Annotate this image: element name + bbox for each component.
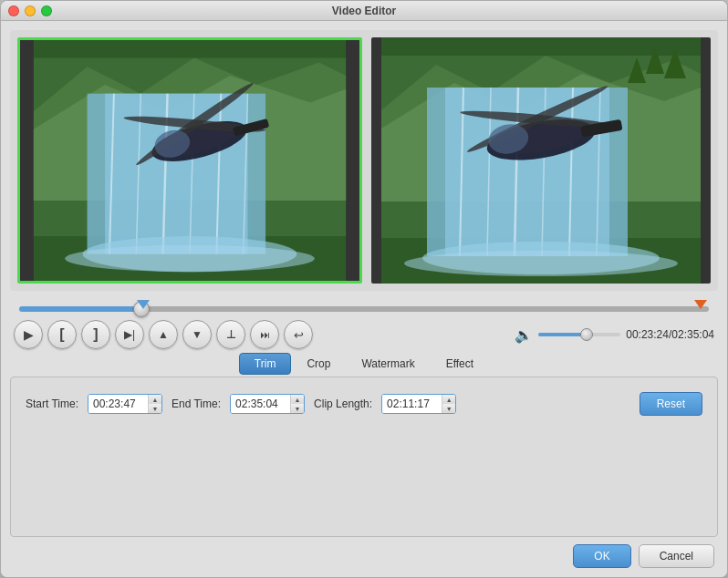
mark-in-button[interactable]: [: [47, 320, 77, 349]
mark-in-icon: [: [59, 326, 64, 343]
volume-slider[interactable]: [538, 333, 620, 336]
trim-panel: Start Time: ▲ ▼ End Time: ▲ ▼ Cl: [10, 377, 718, 537]
rewind-icon: ↩: [294, 328, 304, 342]
close-button[interactable]: [8, 5, 19, 16]
start-time-spinners: ▲ ▼: [148, 395, 161, 413]
svg-point-19: [65, 245, 315, 272]
volume-area: 🔈 00:23:24/02:35:04: [515, 326, 714, 344]
title-bar: Video Editor: [1, 1, 727, 21]
clip-length-down[interactable]: ▼: [442, 404, 455, 413]
minimize-button[interactable]: [25, 5, 36, 16]
source-preview: [17, 37, 362, 284]
fade-up-button[interactable]: ▲: [149, 320, 178, 349]
ok-button[interactable]: OK: [573, 544, 630, 568]
mark-out-icon: ]: [93, 326, 98, 343]
skip-end-icon: ⏭: [260, 329, 270, 340]
reset-button[interactable]: Reset: [640, 392, 702, 416]
fade-up-icon: ▲: [158, 328, 169, 341]
video-editor-window: Video Editor: [0, 0, 728, 578]
cancel-button[interactable]: Cancel: [639, 544, 714, 568]
main-content: ▶ [ ] ▶| ▲ ▼ ⊥ ⏭ ↩: [1, 21, 727, 577]
tab-trim[interactable]: Trim: [239, 353, 292, 375]
split-button[interactable]: ⊥: [216, 320, 245, 349]
tab-effect[interactable]: Effect: [431, 353, 489, 375]
clip-length-up[interactable]: ▲: [442, 395, 455, 404]
clip-length-label: Clip Length:: [314, 397, 372, 410]
start-time-input[interactable]: [88, 395, 148, 413]
end-time-input-wrap: ▲ ▼: [230, 394, 305, 414]
play-icon: ▶: [24, 327, 34, 342]
timeline-marker-left: [137, 300, 150, 309]
end-time-input[interactable]: [231, 395, 290, 413]
mark-out-button[interactable]: ]: [81, 320, 110, 349]
window-title: Video Editor: [332, 5, 396, 17]
timeline-marker-right: [694, 300, 707, 309]
tabs-row: Trim Crop Watermark Effect: [10, 353, 718, 375]
volume-icon: 🔈: [515, 326, 533, 344]
skip-end-button[interactable]: ⏭: [250, 320, 279, 349]
total-time: 02:35:04: [671, 328, 714, 341]
maximize-button[interactable]: [41, 5, 52, 16]
controls-row: ▶ [ ] ▶| ▲ ▼ ⊥ ⏭ ↩: [10, 320, 718, 349]
clip-length-input[interactable]: [382, 395, 442, 413]
timeline-container: [10, 302, 718, 315]
start-time-label: Start Time:: [26, 397, 78, 410]
svg-point-42: [404, 251, 678, 276]
end-time-up[interactable]: ▲: [291, 395, 304, 404]
fade-down-icon: ▼: [192, 328, 203, 341]
end-time-spinners: ▲ ▼: [290, 395, 304, 413]
trim-controls-row: Start Time: ▲ ▼ End Time: ▲ ▼ Cl: [26, 392, 702, 416]
clip-length-spinners: ▲ ▼: [442, 395, 455, 413]
bottom-row: OK Cancel: [10, 537, 718, 568]
start-time-up[interactable]: ▲: [149, 395, 161, 404]
clip-length-input-wrap: ▲ ▼: [381, 394, 456, 414]
start-time-down[interactable]: ▼: [149, 404, 161, 413]
fade-down-button[interactable]: ▼: [182, 320, 212, 349]
step-forward-button[interactable]: ▶|: [115, 320, 144, 349]
current-time: 00:23:24: [626, 328, 669, 341]
end-time-down[interactable]: ▼: [291, 404, 304, 413]
play-button[interactable]: ▶: [14, 320, 43, 349]
time-display: 00:23:24/02:35:04: [626, 328, 714, 341]
timeline-slider[interactable]: [19, 306, 709, 312]
step-forward-icon: ▶|: [124, 328, 135, 341]
video-previews: [10, 30, 718, 291]
output-preview: [371, 37, 711, 284]
tab-crop[interactable]: Crop: [291, 353, 346, 375]
end-time-label: End Time:: [172, 397, 221, 410]
window-controls: [8, 5, 52, 16]
split-icon: ⊥: [226, 328, 235, 341]
start-time-input-wrap: ▲ ▼: [88, 394, 162, 414]
rewind-button[interactable]: ↩: [284, 320, 313, 349]
tab-watermark[interactable]: Watermark: [346, 353, 430, 375]
